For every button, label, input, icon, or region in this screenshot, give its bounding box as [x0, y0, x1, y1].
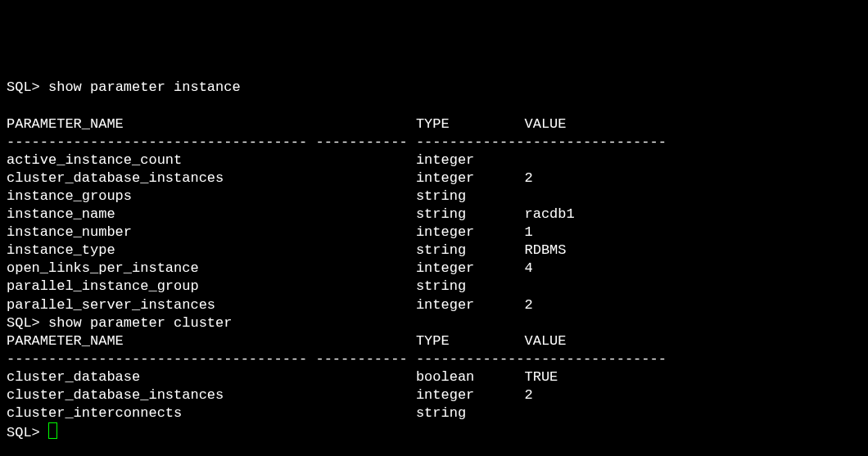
table-row: instance_number integer 1: [7, 224, 533, 240]
separator-line: ------------------------------------ ---…: [7, 351, 667, 367]
table-row: cluster_database_instances integer 2: [7, 387, 533, 403]
table-row: cluster_database boolean TRUE: [7, 369, 558, 385]
cursor: [48, 422, 57, 439]
column-header-name: PARAMETER_NAME: [7, 333, 307, 349]
column-header-value: VALUE: [525, 116, 567, 132]
sql-prompt: SQL>: [7, 79, 48, 95]
table-row: parallel_server_instances integer 2: [7, 297, 533, 313]
table-row: open_links_per_instance integer 4: [7, 260, 533, 276]
terminal-output[interactable]: SQL> show parameter instance PARAMETER_N…: [7, 79, 861, 442]
sql-prompt: SQL>: [7, 425, 48, 440]
column-header-value: VALUE: [525, 333, 567, 349]
sql-command: show parameter instance: [48, 79, 241, 95]
column-header-type: TYPE: [416, 116, 508, 132]
table-row: cluster_interconnects string: [7, 405, 525, 421]
table-row: parallel_instance_group string: [7, 278, 525, 294]
table-row: instance_groups string: [7, 188, 525, 204]
sql-prompt: SQL>: [7, 315, 48, 331]
sql-command: show parameter cluster: [48, 315, 232, 331]
table-row: instance_name string racdb1: [7, 206, 575, 222]
table-row: instance_type string RDBMS: [7, 242, 567, 258]
separator-line: ------------------------------------ ---…: [7, 134, 667, 150]
column-header-name: PARAMETER_NAME: [7, 116, 307, 132]
column-header-type: TYPE: [416, 333, 508, 349]
table-row: active_instance_count integer: [7, 152, 525, 168]
table-row: cluster_database_instances integer 2: [7, 170, 533, 186]
